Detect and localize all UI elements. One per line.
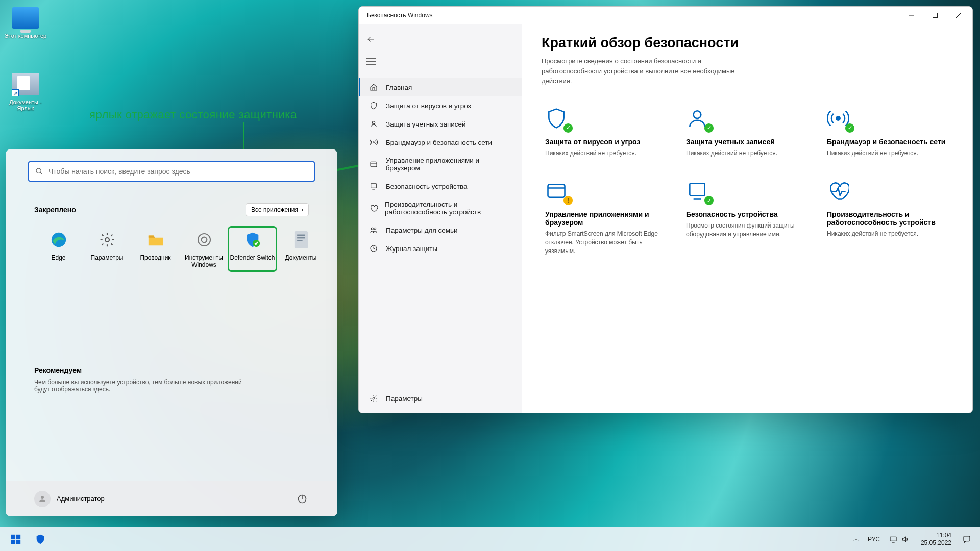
svg-rect-41 (11, 539, 15, 543)
status-ok-badge: ✓ (704, 196, 714, 205)
pinned-app-tools[interactable]: Инструменты Windows (180, 227, 228, 271)
svg-rect-11 (297, 240, 302, 241)
gear-icon (97, 230, 117, 250)
shield-icon (370, 102, 379, 110)
tile-desc: Никаких действий не требуется. (686, 149, 808, 158)
edge-icon (48, 230, 69, 250)
start-button[interactable] (5, 529, 27, 549)
device-icon (370, 182, 379, 190)
maximize-button[interactable] (923, 7, 947, 23)
pinned-app-doc[interactable]: Документы (277, 227, 325, 271)
tray-language[interactable]: РУС (865, 536, 883, 543)
pinned-header: Закреплено (34, 206, 76, 214)
window-title: Безопасность Windows (367, 12, 433, 19)
tile-heart[interactable]: Производительность и работоспособность у… (823, 173, 953, 262)
tile-device[interactable]: ✓ Безопасность устройства Просмотр состо… (682, 173, 812, 262)
notifications-button[interactable] (959, 529, 975, 549)
pinned-app-shield-check[interactable]: Defender Switch (228, 227, 277, 271)
tools-icon (194, 230, 214, 250)
power-button[interactable] (296, 492, 309, 506)
nav-item-label: Параметры (386, 395, 423, 403)
nav-item-history[interactable]: Журнал защиты (359, 239, 522, 258)
taskbar-clock[interactable]: 11:04 25.05.2022 (916, 532, 957, 547)
tile-desc: Никаких действий не требуется. (545, 149, 668, 158)
tile-title: Защита от вирусов и угроз (545, 138, 668, 146)
windows-security-window: Безопасность Windows ГлавнаяЗащита от ви… (358, 6, 973, 413)
tile-antenna[interactable]: ✓ Брандмауэр и безопасность сети Никаких… (823, 101, 953, 164)
nav-settings[interactable]: Параметры (359, 389, 522, 408)
svg-rect-43 (890, 537, 896, 541)
svg-point-29 (371, 228, 373, 230)
nav-item-label: Управление приложениями и браузером (386, 157, 513, 172)
volume-icon (901, 535, 910, 543)
taskbar-windows-security[interactable] (30, 529, 51, 549)
svg-point-6 (198, 234, 210, 246)
nav-item-label: Безопасность устройства (386, 183, 467, 190)
nav-item-shield[interactable]: Защита от вирусов и угроз (359, 96, 522, 115)
search-box[interactable] (28, 161, 315, 182)
antenna-icon (370, 138, 379, 146)
tile-desc: Просмотр состояния функций защиты оборуд… (686, 221, 808, 239)
chevron-right-icon: › (301, 206, 303, 213)
window-icon: ! (545, 180, 571, 203)
tile-title: Управление приложениями и браузером (545, 210, 668, 227)
tile-desc: Никаких действий не требуется. (827, 149, 949, 158)
svg-point-12 (41, 496, 44, 499)
search-icon (35, 167, 43, 176)
shield-check-icon (242, 230, 263, 250)
tile-window[interactable]: ! Управление приложениями и браузером Фи… (542, 173, 671, 262)
all-apps-button[interactable]: Все приложения › (246, 203, 309, 216)
pinned-app-gear[interactable]: Параметры (83, 227, 131, 271)
nav-item-device[interactable]: Безопасность устройства (359, 177, 522, 195)
nav-item-heart[interactable]: Производительность и работоспособность у… (359, 195, 522, 221)
content-area: Краткий обзор безопасности Просмотрите с… (522, 24, 972, 413)
status-warn-badge: ! (564, 196, 573, 205)
folder-icon (145, 230, 166, 250)
tile-desc: Никаких действий не требуется. (827, 230, 949, 238)
shield-icon: ✓ (545, 107, 571, 131)
svg-point-24 (373, 142, 375, 143)
hamburger-button[interactable] (361, 53, 381, 71)
pinned-app-label: Параметры (84, 254, 130, 261)
svg-rect-10 (297, 237, 305, 239)
nav-item-window[interactable]: Управление приложениями и браузером (359, 152, 522, 177)
nav-item-family[interactable]: Параметры для семьи (359, 221, 522, 239)
heart-icon (370, 204, 378, 212)
desktop-icon-this-pc[interactable]: Этот компьютер (0, 5, 51, 39)
desktop-icon-documents-shortcut[interactable]: ↗ Документы - Ярлык (0, 71, 51, 111)
system-tray[interactable] (885, 535, 914, 543)
tile-desc: Фильтр SmartScreen для Microsoft Edge от… (545, 230, 668, 255)
nav-item-label: Главная (386, 84, 412, 91)
svg-point-4 (105, 238, 109, 242)
svg-point-32 (373, 397, 375, 399)
nav-item-user[interactable]: Защита учетных записей (359, 115, 522, 133)
svg-rect-40 (16, 534, 20, 538)
pinned-app-edge[interactable]: Edge (34, 227, 83, 271)
svg-point-1 (36, 168, 41, 173)
family-icon (370, 226, 379, 234)
nav-item-label: Производительность и работоспособность у… (385, 201, 513, 216)
close-button[interactable] (947, 7, 970, 23)
tile-shield[interactable]: ✓ Защита от вирусов и угроз Никаких дейс… (542, 101, 671, 164)
tile-user[interactable]: ✓ Защита учетных записей Никаких действи… (682, 101, 812, 164)
start-menu: Закреплено Все приложения › EdgeПараметр… (6, 149, 337, 516)
antenna-icon: ✓ (827, 107, 852, 131)
titlebar[interactable]: Безопасность Windows (359, 7, 972, 24)
tray-chevron-up-icon[interactable]: ︿ (850, 535, 863, 543)
heart-icon (827, 180, 852, 203)
search-input[interactable] (48, 167, 308, 176)
status-ok-badge: ✓ (704, 123, 714, 133)
pinned-app-folder[interactable]: Проводник (131, 227, 180, 271)
nav-item-home[interactable]: Главная (359, 78, 522, 96)
minimize-button[interactable] (900, 7, 923, 23)
back-button[interactable] (361, 30, 381, 48)
pinned-app-label: Документы (278, 254, 324, 261)
svg-point-30 (374, 228, 376, 230)
tile-title: Защита учетных записей (686, 138, 808, 146)
all-apps-label: Все приложения (251, 206, 298, 213)
user-account-button[interactable]: Администратор (34, 491, 105, 507)
tile-title: Производительность и работоспособность у… (827, 210, 949, 227)
nav-item-label: Журнал защиты (386, 245, 437, 253)
nav-item-antenna[interactable]: Брандмауэр и безопасность сети (359, 133, 522, 152)
gear-icon (370, 394, 379, 403)
